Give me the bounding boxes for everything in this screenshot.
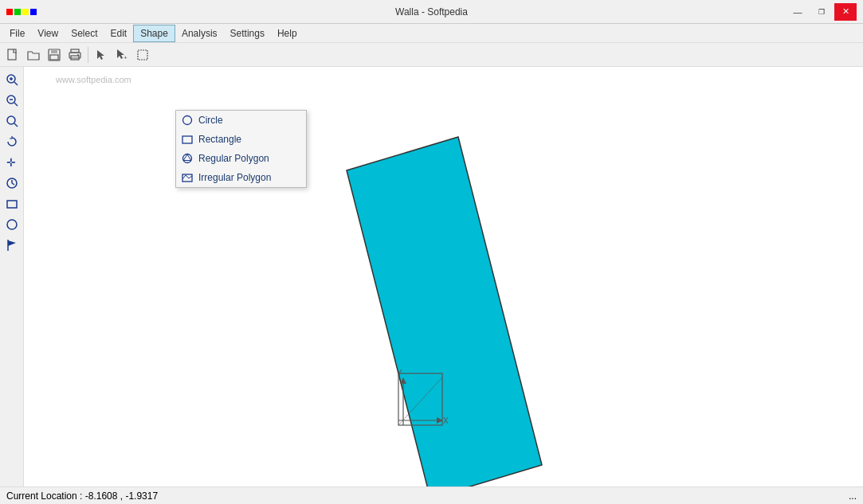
main-shape — [347, 137, 542, 486]
statusbar: Current Location : -8.1608 , -1.9317 ... — [0, 486, 863, 504]
svg-rect-11 — [138, 50, 147, 60]
svg-rect-2 — [51, 49, 57, 53]
zoom-out-button[interactable] — [2, 91, 22, 110]
print-button[interactable] — [65, 45, 84, 64]
menu-help[interactable]: Help — [271, 25, 304, 42]
window-title: Walla - Softpedia — [0, 6, 863, 18]
new-button[interactable] — [3, 45, 22, 64]
svg-text:✛: ✛ — [6, 156, 16, 169]
svg-line-20 — [14, 123, 18, 127]
svg-text:Y: Y — [397, 369, 402, 377]
menu-file[interactable]: File — [3, 25, 31, 42]
svg-text:+: + — [124, 54, 127, 61]
svg-point-39 — [183, 154, 192, 163]
menu-settings[interactable]: Settings — [224, 25, 271, 42]
svg-point-7 — [77, 54, 79, 56]
svg-point-26 — [7, 220, 17, 229]
menu-shape[interactable]: Shape — [133, 25, 175, 42]
zoom-in-button[interactable] — [2, 70, 22, 89]
menu-regular-polygon[interactable]: Regular Polygon — [176, 149, 306, 168]
open-button[interactable] — [24, 45, 43, 64]
menu-select[interactable]: Select — [65, 25, 104, 42]
svg-text:X: X — [443, 416, 449, 425]
svg-line-17 — [14, 103, 18, 106]
titlebar-left — [6, 9, 37, 15]
circle-label: Circle — [198, 115, 223, 126]
rectangle-label: Rectangle — [198, 134, 241, 145]
logo-blue — [30, 9, 37, 15]
move-button[interactable]: ✛ — [2, 153, 22, 172]
svg-point-19 — [7, 116, 15, 124]
menubar: File View Select Edit Shape Analysis Set… — [0, 24, 863, 43]
logo-red — [6, 9, 13, 15]
left-sidebar: ✛ — [0, 67, 24, 486]
select-box-tool[interactable] — [133, 45, 152, 64]
svg-rect-25 — [7, 201, 17, 208]
restore-button[interactable]: ❐ — [810, 3, 833, 21]
zoom-fit-button[interactable] — [2, 111, 22, 131]
rotate-button[interactable] — [2, 132, 22, 151]
regular-polygon-label: Regular Polygon — [198, 153, 269, 164]
rect-tool[interactable] — [2, 194, 22, 213]
toolbar-separator-1 — [88, 47, 88, 63]
irrpoly-icon — [181, 171, 194, 184]
menu-irregular-polygon[interactable]: Irregular Polygon — [176, 168, 306, 187]
flag-tool[interactable] — [2, 236, 22, 255]
svg-marker-28 — [8, 240, 16, 246]
irregular-polygon-label: Irregular Polygon — [198, 172, 271, 183]
minimize-button[interactable]: — — [787, 3, 809, 21]
menu-circle[interactable]: Circle — [176, 111, 306, 130]
select-plus-tool[interactable]: + — [112, 45, 131, 64]
rect-icon — [181, 133, 194, 146]
circle-tool[interactable] — [2, 215, 22, 234]
main-area: ✛ www.softpedia.com — [0, 67, 863, 486]
svg-point-37 — [183, 116, 192, 125]
svg-rect-38 — [182, 136, 192, 143]
svg-line-24 — [12, 183, 14, 185]
app-logo — [6, 9, 37, 15]
shape-dropdown: Circle Rectangle Regular Polygon Irregul… — [175, 110, 307, 188]
clock-button[interactable] — [2, 174, 22, 193]
window-controls: — ❐ ✕ — [787, 3, 857, 21]
canvas-area[interactable]: www.softpedia.com Y X — [24, 67, 863, 486]
logo-yellow — [22, 9, 29, 15]
toolbar: + — [0, 43, 863, 67]
logo-green — [14, 9, 21, 15]
save-button[interactable] — [45, 45, 64, 64]
menu-analysis[interactable]: Analysis — [175, 25, 224, 42]
svg-marker-8 — [97, 50, 104, 60]
close-button[interactable]: ✕ — [834, 3, 857, 21]
svg-line-13 — [14, 82, 18, 85]
circle-icon — [181, 114, 194, 127]
menu-edit[interactable]: Edit — [104, 25, 134, 42]
regpoly-icon — [181, 152, 194, 165]
menu-view[interactable]: View — [31, 25, 65, 42]
titlebar: Walla - Softpedia — ❐ ✕ — [0, 0, 863, 24]
svg-rect-0 — [8, 49, 16, 60]
location-label: Current Location : -8.1608 , -1.9317 — [6, 490, 158, 502]
select-tool[interactable] — [92, 45, 111, 64]
menu-rectangle[interactable]: Rectangle — [176, 130, 306, 149]
canvas-svg: Y X — [24, 67, 863, 486]
svg-rect-3 — [50, 55, 58, 60]
statusbar-right: ... — [849, 490, 857, 502]
